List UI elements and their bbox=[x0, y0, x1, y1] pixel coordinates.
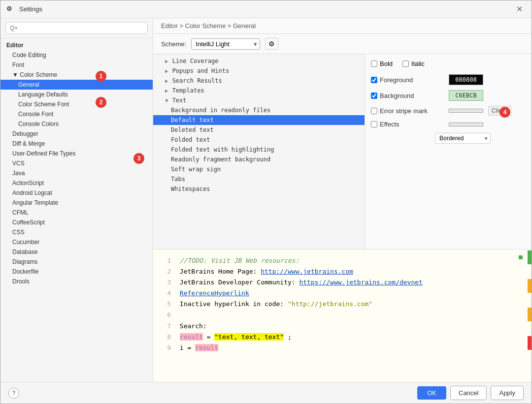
tree-item-popups-hints[interactable]: ▶ Popups and Hints bbox=[153, 66, 365, 76]
preview-op-8: = bbox=[207, 333, 215, 341]
sidebar-item-console-font[interactable]: Console Font bbox=[0, 109, 153, 119]
sidebar-item-java[interactable]: Java bbox=[0, 168, 153, 178]
italic-checkbox-label[interactable]: Italic bbox=[402, 60, 425, 67]
side-markers bbox=[527, 249, 532, 382]
tree-item-folded-text[interactable]: Folded text bbox=[153, 135, 365, 145]
bottom-bar: ? OK Cancel Apply bbox=[0, 382, 532, 404]
background-checkbox-label[interactable]: Background bbox=[371, 92, 444, 99]
effects-type-select[interactable]: Bordered Underline Bold Underline bbox=[435, 133, 491, 144]
sidebar-item-angular-template[interactable]: Angular Template bbox=[0, 198, 153, 208]
foreground-label: Foreground bbox=[380, 76, 444, 84]
sidebar-item-database[interactable]: Database bbox=[0, 247, 153, 257]
marker-orange-2 bbox=[528, 308, 532, 321]
foreground-checkbox[interactable] bbox=[371, 77, 377, 83]
italic-checkbox[interactable] bbox=[402, 61, 409, 67]
preview-line-8: 8 result = "text, text, text" ; bbox=[161, 332, 524, 342]
bold-checkbox-label[interactable]: Bold bbox=[371, 60, 393, 67]
preview-link-2[interactable]: http://www.jetbrains.com bbox=[261, 268, 353, 275]
sidebar-item-cfml[interactable]: CFML bbox=[0, 208, 153, 218]
sidebar-item-vcs[interactable]: VCS bbox=[0, 158, 153, 168]
ok-button[interactable]: OK bbox=[417, 386, 446, 400]
scheme-dropdown-wrapper: IntelliJ Light Darcula High Contrast bbox=[191, 38, 260, 50]
background-color-box[interactable]: C6EBCB bbox=[449, 90, 483, 101]
sidebar: Editor Code Editing Font ▼ Color Scheme … bbox=[0, 18, 153, 382]
sidebar-item-actionscript[interactable]: ActionScript bbox=[0, 178, 153, 188]
sidebar-item-android-logcat[interactable]: Android Logcat bbox=[0, 188, 153, 198]
tree-item-soft-wrap[interactable]: Soft wrap sign bbox=[153, 164, 365, 174]
tree-item-deleted-text[interactable]: Deleted text bbox=[153, 125, 365, 135]
bold-label: Bold bbox=[380, 60, 393, 67]
arrow-icon: ▶ bbox=[165, 88, 168, 94]
sidebar-item-css[interactable]: CSS bbox=[0, 227, 153, 237]
preview-ref-link-4[interactable]: ReferenceHyperlink bbox=[180, 289, 249, 297]
bold-checkbox[interactable] bbox=[371, 61, 377, 67]
sidebar-item-drools[interactable]: Drools bbox=[0, 277, 153, 286]
preview-area: 1 //TODO: Visit JB Web resources: 2 JetB… bbox=[153, 249, 532, 382]
line-number-8: 8 bbox=[161, 332, 171, 342]
tree-item-bg-readonly[interactable]: Background in readonly files bbox=[153, 105, 365, 115]
apply-button[interactable]: Apply bbox=[491, 386, 524, 400]
arrow-icon: ▶ bbox=[165, 58, 168, 64]
effects-checkbox-label[interactable]: Effects bbox=[371, 121, 444, 128]
preview-text-2a: JetBrains Home Page: bbox=[180, 268, 261, 275]
sidebar-item-cucumber[interactable]: Cucumber bbox=[0, 237, 153, 247]
tree-item-readonly-fragment[interactable]: Readonly fragment background bbox=[153, 155, 365, 164]
line-number-3: 3 bbox=[161, 277, 171, 288]
sidebar-item-color-scheme-font[interactable]: Color Scheme Font bbox=[0, 99, 153, 109]
effects-row: Effects bbox=[371, 121, 526, 128]
scheme-select[interactable]: IntelliJ Light Darcula High Contrast bbox=[191, 38, 260, 50]
preview-line-4: 4 ReferenceHyperlink bbox=[161, 288, 524, 299]
effects-checkbox[interactable] bbox=[371, 121, 377, 127]
window-title: Settings bbox=[19, 5, 513, 13]
line-number-1: 1 bbox=[161, 255, 171, 266]
sidebar-item-color-scheme[interactable]: ▼ Color Scheme bbox=[0, 70, 153, 80]
title-bar: ⚙ Settings ✕ bbox=[0, 0, 532, 18]
sidebar-item-diagrams[interactable]: Diagrams bbox=[0, 257, 153, 267]
foreground-checkbox-label[interactable]: Foreground bbox=[371, 76, 444, 84]
search-input[interactable] bbox=[5, 22, 148, 34]
sidebar-item-code-editing[interactable]: Code Editing bbox=[0, 50, 153, 60]
sidebar-tree: Editor Code Editing Font ▼ Color Scheme … bbox=[0, 38, 153, 382]
sidebar-section-editor[interactable]: Editor bbox=[0, 40, 153, 50]
tree-item-text[interactable]: ▼ Text bbox=[153, 95, 365, 105]
annotation-circle-2: 2 bbox=[96, 97, 106, 108]
cancel-button[interactable]: Cancel bbox=[450, 386, 487, 400]
preview-str-8c: , text" bbox=[257, 333, 284, 341]
tree-item-templates[interactable]: ▶ Templates bbox=[153, 86, 365, 95]
sidebar-item-coffeescript[interactable]: CoffeeScript bbox=[0, 218, 153, 227]
sidebar-item-dockerfile[interactable]: Dockerfile bbox=[0, 267, 153, 277]
sidebar-item-general[interactable]: General bbox=[0, 80, 153, 90]
preview-link-3[interactable]: https://www.jetbrains.com/devnet bbox=[299, 279, 422, 286]
tree-panel: ▶ Line Coverage ▶ Popups and Hints ▶ Sea… bbox=[153, 54, 365, 249]
sidebar-item-user-defined[interactable]: User-Defined File Types bbox=[0, 149, 153, 158]
line-number-6: 6 bbox=[161, 310, 171, 320]
sidebar-item-console-colors[interactable]: Console Colors bbox=[0, 119, 153, 129]
italic-label: Italic bbox=[411, 60, 425, 67]
settings-window: ⚙ Settings ✕ Editor Code Editing Font ▼ … bbox=[0, 0, 532, 404]
arrow-icon: ▼ bbox=[165, 97, 168, 104]
tree-item-tabs[interactable]: Tabs bbox=[153, 174, 365, 184]
sidebar-item-diff-merge[interactable]: Diff & Merge bbox=[0, 139, 153, 149]
help-button[interactable]: ? bbox=[8, 388, 19, 399]
tree-item-line-coverage[interactable]: ▶ Line Coverage bbox=[153, 56, 365, 66]
close-button[interactable]: ✕ bbox=[513, 3, 526, 15]
foreground-color-box[interactable]: 080808 bbox=[449, 74, 483, 85]
effects-color-box[interactable] bbox=[449, 123, 483, 126]
breadcrumb: Editor > Color Scheme > General bbox=[153, 18, 532, 34]
error-stripe-checkbox[interactable] bbox=[371, 108, 377, 114]
sidebar-item-font[interactable]: Font bbox=[0, 60, 153, 70]
tree-item-folded-highlighting[interactable]: Folded text with highlighting bbox=[153, 145, 365, 155]
tree-item-whitespaces[interactable]: Whitespaces bbox=[153, 184, 365, 194]
sidebar-item-language-defaults[interactable]: Language Defaults bbox=[0, 90, 153, 99]
sidebar-item-debugger[interactable]: Debugger bbox=[0, 129, 153, 139]
tree-item-default-text[interactable]: Default text bbox=[153, 115, 365, 125]
line-number-5: 5 bbox=[161, 299, 171, 310]
error-stripe-checkbox-label[interactable]: Error stripe mark bbox=[371, 107, 444, 115]
error-stripe-color-box[interactable] bbox=[449, 109, 483, 113]
annotation-circle-4: 4 bbox=[499, 107, 510, 118]
preview-end-8: ; bbox=[288, 333, 292, 341]
line-number-4: 4 bbox=[161, 288, 171, 299]
gear-button[interactable]: ⚙ bbox=[265, 38, 278, 50]
background-checkbox[interactable] bbox=[371, 93, 377, 99]
tree-item-search-results[interactable]: ▶ Search Results bbox=[153, 76, 365, 86]
